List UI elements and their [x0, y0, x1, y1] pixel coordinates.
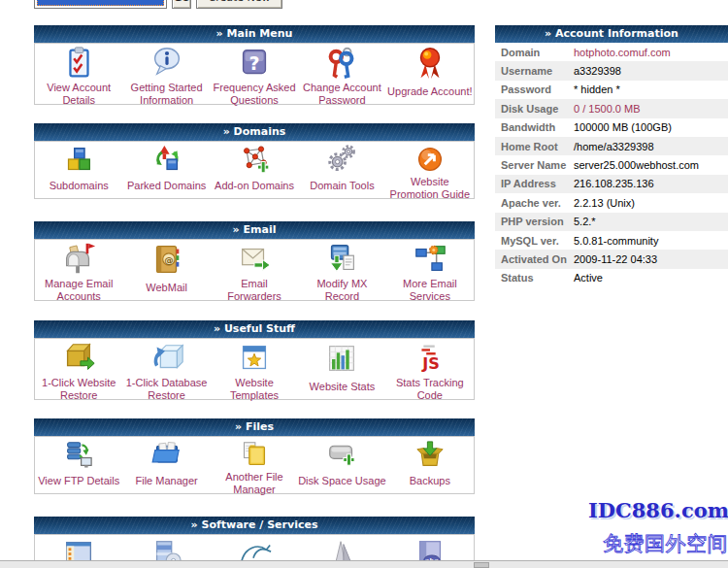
info-bubble-icon: [149, 45, 185, 82]
menu-item-file-manager[interactable]: File Manager: [122, 437, 210, 493]
menu-item-another-file-manager[interactable]: Another File Manager: [211, 437, 298, 493]
database-cube-icon: [149, 340, 185, 377]
services-diagram-icon: [412, 241, 448, 278]
server-record-icon: [323, 241, 360, 278]
menu-item-label: Getting Started Information: [122, 82, 210, 109]
svg-text:JS: JS: [421, 354, 440, 373]
menu-item-label: View FTP Details: [35, 471, 122, 493]
menu-item-change-password[interactable]: Change Account Password: [298, 44, 385, 104]
folder-blue-icon: [149, 438, 185, 471]
menu-item-label: 1-Click Website Restore: [35, 377, 122, 404]
menu-item-faq[interactable]: ? Frequency Asked Questions: [211, 44, 298, 104]
menu-item-website-restore[interactable]: 1-Click Website Restore: [35, 339, 122, 399]
menu-item-more-email-services[interactable]: More Email Services: [386, 240, 474, 300]
menu-item-manage-email[interactable]: Manage Email Accounts: [35, 240, 122, 300]
menu-item-webmail[interactable]: @ WebMail: [122, 240, 210, 300]
account-info-panel: » Account Information Domainhotphoto.com…: [495, 25, 728, 287]
menu-item-domain-tools[interactable]: Domain Tools: [298, 142, 385, 198]
menu-item-website-promotion[interactable]: Website Promotion Guide: [386, 142, 474, 198]
menu-item-label: Another File Manager: [211, 471, 298, 498]
account-info-title: » Account Information: [495, 25, 728, 43]
menu-item-modify-mx[interactable]: Modify MX Record: [298, 240, 385, 300]
menu-item-label: Disk Space Usage: [298, 471, 385, 493]
menu-item-addon-domains[interactable]: Add-on Domains: [211, 142, 298, 198]
backup-box-icon: [412, 438, 448, 471]
address-book-icon: @: [149, 241, 185, 278]
menu-item-label: Website Promotion Guide: [386, 176, 474, 203]
section-title: » Files: [34, 418, 475, 436]
menu-item-label: Frequency Asked Questions: [211, 82, 298, 109]
ftp-servers-icon: [60, 438, 97, 471]
create-new-button[interactable]: Create New: [196, 0, 282, 9]
cubes-icon: [60, 143, 97, 176]
watermark-chinese-text: 免费国外空间: [603, 530, 728, 557]
horizontal-scrollbar[interactable]: [0, 560, 728, 568]
section-main-menu: » Main Menu View Account Details Getting…: [34, 25, 475, 105]
scrollbar-thumb[interactable]: [474, 562, 489, 568]
account-row-status: StatusActive: [495, 269, 728, 287]
account-row-domain: Domainhotphoto.comuf.com: [495, 43, 728, 61]
menu-item-website-stats[interactable]: Website Stats: [298, 339, 385, 399]
section-email: » Email Manage Email Accounts @ WebMail …: [34, 221, 475, 301]
menu-item-label: Upgrade Account!: [386, 82, 474, 104]
restore-box-icon: [60, 340, 97, 377]
template-window-icon: [236, 340, 273, 377]
menu-item-disk-space[interactable]: Disk Space Usage: [298, 437, 385, 493]
account-row-server-name: Server Nameserver25.000webhost.com: [495, 155, 728, 174]
molecule-plus-icon: [236, 143, 273, 176]
menu-item-label: Stats Tracking Code: [386, 377, 474, 404]
domain-link[interactable]: hotphoto.comuf.com: [574, 47, 671, 58]
menu-item-view-account-details[interactable]: View Account Details: [35, 44, 122, 104]
account-row-disk-usage: Disk Usage0 / 1500.0 MB: [495, 99, 728, 117]
account-row-home-root: Home Root/home/a3329398: [495, 137, 728, 155]
menu-item-label: Add-on Domains: [211, 176, 298, 198]
menu-item-label: File Manager: [122, 471, 210, 493]
menu-item-website-templates[interactable]: Website Templates: [211, 339, 298, 399]
question-mark-icon: ?: [236, 45, 273, 82]
domain-input[interactable]: [34, 0, 167, 9]
mailbox-icon: [60, 241, 97, 278]
menu-item-label: Manage Email Accounts: [35, 278, 122, 305]
menu-item-backups[interactable]: Backups: [386, 437, 474, 493]
folder-yellow-icon: [236, 438, 273, 471]
menu-item-label: 1-Click Database Restore: [122, 377, 210, 404]
gears-icon: [323, 143, 360, 176]
account-row-bandwidth: Bandwidth100000 MB (100GB): [495, 118, 728, 137]
section-files: » Files View FTP Details File Manager An…: [34, 418, 475, 494]
menu-item-email-forwarders[interactable]: Email Forwarders: [211, 240, 298, 300]
svg-text:?: ?: [249, 52, 260, 74]
menu-item-label: WebMail: [122, 278, 210, 300]
go-button[interactable]: Go: [172, 0, 191, 9]
section-title: » Domains: [34, 123, 475, 141]
section-title: » Email: [34, 221, 475, 239]
menu-item-stats-tracking[interactable]: JS Stats Tracking Code: [386, 339, 474, 399]
section-title: » Software / Services: [34, 517, 475, 534]
section-title: » Main Menu: [34, 25, 475, 43]
clipboard-checklist-icon: [60, 45, 97, 82]
hard-drive-icon: [323, 438, 360, 471]
menu-item-label: Domain Tools: [298, 176, 385, 198]
menu-item-database-restore[interactable]: 1-Click Database Restore: [122, 339, 210, 399]
keys-icon: [323, 45, 360, 82]
menu-item-label: Website Stats: [298, 377, 385, 399]
menu-item-label-text: Modify MX Record: [314, 278, 369, 303]
menu-item-subdomains[interactable]: Subdomains: [35, 142, 122, 198]
menu-item-label: Email Forwarders: [211, 278, 298, 305]
account-row-apache: Apache ver.2.2.13 (Unix): [495, 193, 728, 212]
menu-item-label: More Email Services: [386, 278, 474, 305]
account-row-username: Usernamea3329398: [495, 61, 728, 80]
menu-item-parked-domains[interactable]: Parked Domains: [122, 142, 210, 198]
menu-item-label: View Account Details: [35, 82, 122, 109]
menu-item-label: Modify MX Record: [298, 278, 385, 305]
section-domains: » Domains Subdomains Parked Domains Add-…: [34, 123, 475, 199]
menu-item-label: Change Account Password: [298, 82, 385, 109]
bar-chart-icon: [323, 340, 360, 377]
menu-item-upgrade-account[interactable]: Upgrade Account!: [386, 44, 474, 104]
menu-item-view-ftp[interactable]: View FTP Details: [35, 437, 122, 493]
js-code-icon: JS: [412, 340, 448, 377]
section-title: » Useful Stuff: [34, 320, 475, 338]
menu-item-getting-started[interactable]: Getting Started Information: [122, 44, 210, 104]
menu-item-label: Subdomains: [35, 176, 122, 198]
svg-text:@: @: [164, 254, 174, 265]
section-useful-stuff: » Useful Stuff 1-Click Website Restore 1…: [34, 320, 475, 400]
